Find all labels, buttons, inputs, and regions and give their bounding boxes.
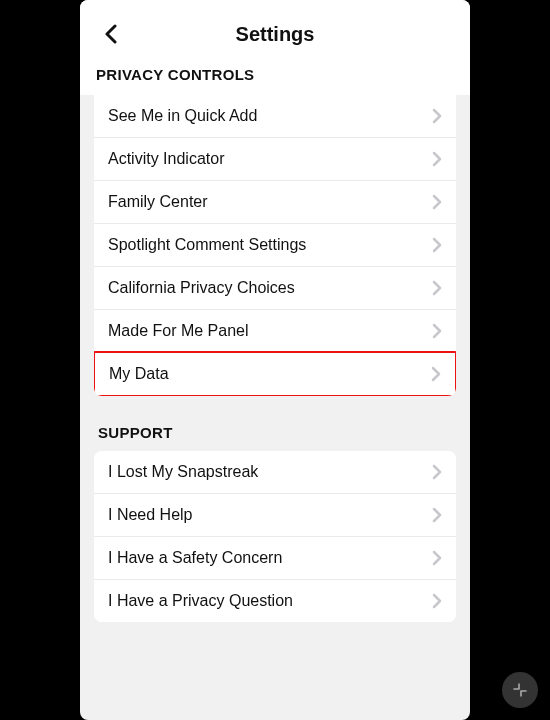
list-item-label: My Data — [109, 365, 169, 383]
list-item-label: Family Center — [108, 193, 208, 211]
chevron-right-icon — [432, 151, 442, 167]
chevron-right-icon — [432, 593, 442, 609]
list-item-label: I Have a Safety Concern — [108, 549, 282, 567]
list-item-label: Activity Indicator — [108, 150, 224, 168]
chevron-right-icon — [432, 323, 442, 339]
support-item-help[interactable]: I Need Help — [94, 493, 456, 536]
support-item-snapstreak[interactable]: I Lost My Snapstreak — [94, 451, 456, 493]
support-item-safety[interactable]: I Have a Safety Concern — [94, 536, 456, 579]
list-item-label: Made For Me Panel — [108, 322, 249, 340]
chevron-right-icon — [432, 237, 442, 253]
support-list: I Lost My Snapstreak I Need Help I Have … — [94, 451, 456, 622]
chevron-right-icon — [432, 464, 442, 480]
chevron-right-icon — [432, 280, 442, 296]
settings-screen: Settings PRIVACY CONTROLS See Me in Quic… — [80, 0, 470, 720]
collapse-icon — [512, 682, 528, 698]
section-title-privacy: PRIVACY CONTROLS — [92, 66, 458, 83]
privacy-list: See Me in Quick Add Activity Indicator F… — [94, 95, 456, 396]
privacy-item-see-me-quick-add[interactable]: See Me in Quick Add — [94, 95, 456, 137]
content: See Me in Quick Add Activity Indicator F… — [80, 95, 470, 622]
privacy-item-california[interactable]: California Privacy Choices — [94, 266, 456, 309]
privacy-item-family-center[interactable]: Family Center — [94, 180, 456, 223]
chevron-right-icon — [432, 194, 442, 210]
privacy-item-activity-indicator[interactable]: Activity Indicator — [94, 137, 456, 180]
chevron-right-icon — [432, 550, 442, 566]
chevron-right-icon — [432, 108, 442, 124]
privacy-item-my-data[interactable]: My Data — [94, 351, 456, 396]
section-title-support: SUPPORT — [80, 396, 470, 451]
list-item-label: I Lost My Snapstreak — [108, 463, 258, 481]
list-item-label: I Need Help — [108, 506, 193, 524]
chevron-left-icon — [104, 24, 118, 44]
list-item-label: California Privacy Choices — [108, 279, 295, 297]
list-item-label: I Have a Privacy Question — [108, 592, 293, 610]
chevron-right-icon — [432, 507, 442, 523]
chevron-right-icon — [431, 366, 441, 382]
page-title: Settings — [236, 23, 315, 46]
header-bar: Settings — [92, 14, 458, 54]
support-item-privacy-question[interactable]: I Have a Privacy Question — [94, 579, 456, 622]
list-item-label: Spotlight Comment Settings — [108, 236, 306, 254]
collapse-button[interactable] — [502, 672, 538, 708]
list-item-label: See Me in Quick Add — [108, 107, 257, 125]
back-button[interactable] — [96, 19, 126, 49]
header: Settings PRIVACY CONTROLS — [80, 0, 470, 95]
privacy-item-spotlight-comments[interactable]: Spotlight Comment Settings — [94, 223, 456, 266]
privacy-item-made-for-me[interactable]: Made For Me Panel — [94, 309, 456, 352]
